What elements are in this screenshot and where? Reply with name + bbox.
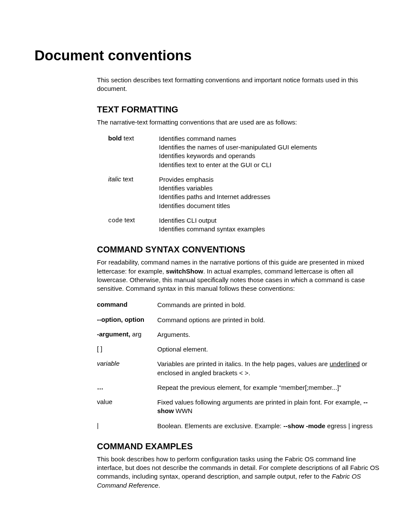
syntax-val: Command options are printed in bold. [157,316,381,324]
key-tail: text [121,175,133,183]
syntax-key: variable [97,360,157,377]
intro-paragraph: This section describes text formatting c… [97,76,381,93]
format-val: Provides emphasis Identifies variables I… [159,175,381,210]
key-bold: bold [108,134,122,142]
syntax-key: command [97,301,157,309]
section-heading-text-formatting: TEXT FORMATTING [97,105,381,115]
syntax-key: --option, option [97,316,157,324]
syntax-row-value: value Fixed values following arguments a… [97,398,381,416]
syntax-val: Repeat the previous element, for example… [157,383,381,392]
line: Identifies command syntax examples [159,225,265,233]
content: This section describes text formatting c… [97,76,381,490]
section-paragraph: This book describes how to perform confi… [97,455,381,490]
text: Boolean. Elements are exclusive. Example… [157,422,283,429]
format-row-bold: bold text Identifies command names Ident… [108,134,381,169]
text: Fixed values following arguments are pri… [157,398,364,406]
page: Document conventions This section descri… [0,0,411,523]
text-bold: --show -mode [283,422,326,429]
syntax-val: Optional element. [157,345,381,354]
key-tail: arg [131,330,142,338]
text: WWN [174,407,192,414]
section-intro: The narrative-text formatting convention… [97,118,381,127]
syntax-key: [ ] [97,345,157,354]
line: Identifies variables [159,184,212,192]
section-heading-examples: COMMAND EXAMPLES [97,442,381,451]
format-key: code text [108,216,159,234]
format-val: Identifies command names Identifies the … [159,134,381,169]
key-italic: italic [108,175,121,183]
text: . [159,482,160,489]
format-key: italic text [108,175,159,210]
key-code: code [108,217,123,224]
line: Identifies text to enter at the GUI or C… [159,161,271,168]
syntax-row-brackets: [ ] Optional element. [97,345,381,354]
text: egress | ingress [325,422,373,429]
syntax-key: -argument, arg [97,330,157,339]
syntax-row-argument: -argument, arg Arguments. [97,330,381,339]
syntax-row-option: --option, option Command options are pri… [97,316,381,324]
syntax-key: | [97,422,157,430]
syntax-val: Arguments. [157,330,381,339]
syntax-val: Fixed values following arguments are pri… [157,398,381,416]
line: Identifies document titles [159,202,230,209]
section-intro: For readability, command names in the na… [97,258,381,293]
format-val: Identifies CLI output Identifies command… [159,216,381,234]
line: Identifies the names of user-manipulated… [159,143,317,151]
line: Provides emphasis [159,176,214,183]
line: Identifies CLI output [159,217,216,224]
key-tail: text [123,216,135,224]
syntax-val: Boolean. Elements are exclusive. Example… [157,422,381,430]
text-bold: switchShow [166,268,203,275]
format-key: bold text [108,134,159,169]
format-row-code: code text Identifies CLI output Identifi… [108,216,381,234]
page-title: Document conventions [34,47,381,64]
line: Identifies keywords and operands [159,152,255,159]
syntax-row-variable: variable Variables are printed in italic… [97,360,381,377]
syntax-row-pipe: | Boolean. Elements are exclusive. Examp… [97,422,381,430]
syntax-val: Commands are printed in bold. [157,301,381,309]
line: Identifies paths and Internet addresses [159,193,271,200]
key-tail: text [122,134,134,142]
syntax-row-ellipsis: … Repeat the previous element, for examp… [97,383,381,392]
key-bold: -argument, [97,330,131,338]
syntax-key: … [97,383,157,392]
text-underlined: underlined [330,360,360,367]
syntax-val: Variables are printed in italics. In the… [157,360,381,377]
line: Identifies command names [159,135,236,142]
format-row-italic: italic text Provides emphasis Identifies… [108,175,381,210]
section-heading-syntax: COMMAND SYNTAX CONVENTIONS [97,245,381,255]
syntax-row-command: command Commands are printed in bold. [97,301,381,309]
syntax-key: value [97,398,157,416]
text: Variables are printed in italics. In the… [157,360,330,367]
